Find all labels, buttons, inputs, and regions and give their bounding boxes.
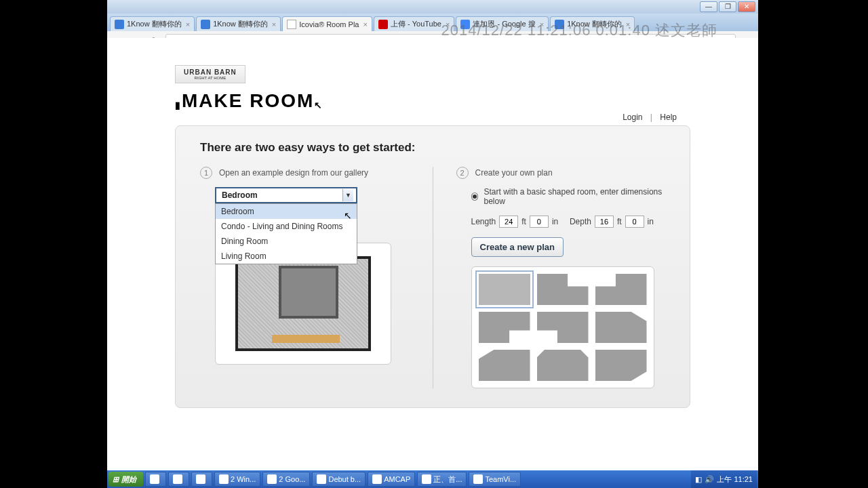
tab-label: Icovia® Room Pla <box>299 20 359 28</box>
favicon-icon <box>201 20 210 29</box>
app-icon <box>150 474 159 484</box>
close-icon[interactable]: × <box>272 20 276 28</box>
window-title-bar: — ❐ ✕ <box>107 0 758 14</box>
dropdown-option[interactable]: Condo - Living and Dining Rooms <box>216 219 357 234</box>
windows-logo-icon: ⊞ <box>113 475 119 484</box>
length-label: Length <box>471 217 496 226</box>
taskbar-item[interactable] <box>168 472 189 487</box>
step1-label: Open an example design from our gallery <box>219 168 368 178</box>
taskbar-item[interactable] <box>191 472 212 487</box>
favicon-icon <box>287 20 296 29</box>
shape-cut2[interactable] <box>479 350 530 381</box>
shape-rectangle[interactable] <box>479 274 530 305</box>
tray-icon: ◧ <box>695 475 702 484</box>
create-plan-button[interactable]: Create a new plan <box>471 237 564 257</box>
tab-strip: 1Know 翻轉你的×1Know 翻轉你的×Icovia® Room Pla×上… <box>107 14 758 31</box>
favicon-icon <box>555 20 564 29</box>
tray-icon: 🔊 <box>705 475 714 484</box>
shape-l2[interactable] <box>595 274 647 305</box>
panel-heading: There are two easy ways to get started: <box>200 141 665 155</box>
radio-label: Start with a basic shaped room, enter di… <box>484 187 665 206</box>
logo-main: URBAN BARN <box>184 68 237 76</box>
tab-label: 連加恩 - Google 搜 <box>473 19 535 29</box>
app-icon <box>219 474 229 484</box>
tab-label: 1Know 翻轉你的 <box>127 19 182 29</box>
windows-taskbar: ⊞ 開始 2 Win...2 Goo...Debut b...AMCAP正、首.… <box>107 470 758 488</box>
window-close-button[interactable]: ✕ <box>738 1 755 12</box>
dropdown-list: BedroomCondo - Living and Dining RoomsDi… <box>215 203 357 264</box>
dropdown-selected: Bedroom <box>222 190 258 200</box>
floorplan-image <box>235 256 371 351</box>
get-started-panel: There are two easy ways to get started: … <box>175 125 690 408</box>
browser-tab[interactable]: Icovia® Room Pla× <box>282 16 372 31</box>
app-icon <box>196 474 205 484</box>
close-icon[interactable]: × <box>186 20 190 28</box>
taskbar-item[interactable]: 2 Win... <box>214 472 260 487</box>
login-link[interactable]: Login <box>623 113 642 122</box>
help-link[interactable]: Help <box>660 113 677 122</box>
start-button[interactable]: ⊞ 開始 <box>108 472 143 487</box>
app-icon <box>422 474 431 484</box>
step2-label: Create your own plan <box>475 168 553 178</box>
browser-tab[interactable]: 上傳 - YouTube× <box>374 16 454 31</box>
app-icon <box>317 474 326 484</box>
header-links: Login | Help <box>623 113 677 122</box>
shape-cut1[interactable] <box>595 312 647 343</box>
app-icon <box>267 474 277 484</box>
column-divider <box>433 167 433 388</box>
close-icon[interactable]: × <box>446 20 450 28</box>
window-minimize-button[interactable]: — <box>700 1 717 12</box>
clock: 上午 11:21 <box>717 474 753 485</box>
taskbar-item[interactable]: TeamVi... <box>469 472 521 487</box>
window-maximize-button[interactable]: ❐ <box>719 1 736 12</box>
taskbar-item[interactable]: AMCAP <box>368 472 415 487</box>
app-icon <box>372 474 382 484</box>
urban-barn-logo[interactable]: URBAN BARN RIGHT AT HOME <box>175 65 245 83</box>
shape-l1[interactable] <box>537 274 589 305</box>
browser-tab[interactable]: 1Know 翻轉你的× <box>196 16 281 31</box>
step2-column: 2 Create your own plan Start with a basi… <box>456 167 666 388</box>
gallery-dropdown[interactable]: Bedroom ▼ <box>215 187 357 203</box>
chevron-down-icon: ▼ <box>342 189 353 201</box>
dropdown-option[interactable]: Dining Room <box>216 234 357 249</box>
basic-shape-radio[interactable] <box>471 192 479 201</box>
room-shapes-grid <box>471 266 654 388</box>
length-ft-input[interactable] <box>499 216 518 228</box>
shape-cut4[interactable] <box>595 350 647 381</box>
browser-tab[interactable]: 1Know 翻轉你的× <box>110 16 195 31</box>
app-icon <box>173 474 182 484</box>
step1-column: 1 Open an example design from our galler… <box>200 167 410 388</box>
page-content: URBAN BARN RIGHT AT HOME ▮MAKE ROOM↖ Log… <box>107 38 758 470</box>
make-room-heading: ▮MAKE ROOM↖ <box>175 90 690 112</box>
tab-label: 上傳 - YouTube <box>391 19 441 29</box>
dropdown-option[interactable]: Bedroom <box>216 204 357 219</box>
taskbar-item[interactable]: Debut b... <box>312 472 366 487</box>
favicon-icon <box>460 20 470 29</box>
logo-sub: RIGHT AT HOME <box>184 76 237 80</box>
taskbar-item[interactable]: 2 Goo... <box>262 472 310 487</box>
browser-tab[interactable]: 1Know 翻轉你的× <box>550 16 635 31</box>
shape-cut3[interactable] <box>537 350 589 381</box>
length-in-input[interactable] <box>530 216 549 228</box>
shape-l3[interactable] <box>479 312 530 343</box>
dropdown-option[interactable]: Living Room <box>216 249 357 264</box>
depth-ft-input[interactable] <box>595 216 614 228</box>
tab-label: 1Know 翻轉你的 <box>213 19 268 29</box>
taskbar-item[interactable] <box>145 472 166 487</box>
favicon-icon <box>378 20 388 29</box>
close-icon[interactable]: × <box>363 20 367 28</box>
step2-number: 2 <box>456 167 469 179</box>
shape-l4[interactable] <box>537 312 589 343</box>
close-icon[interactable]: × <box>626 20 630 28</box>
dimensions-row: Length ft in Depth ft in <box>471 216 666 228</box>
depth-label: Depth <box>570 217 591 226</box>
close-icon[interactable]: × <box>540 20 544 28</box>
tab-label: 1Know 翻轉你的 <box>567 19 622 29</box>
taskbar-item[interactable]: 正、首... <box>417 472 467 487</box>
system-tray[interactable]: ◧ 🔊 上午 11:21 <box>691 470 757 488</box>
depth-in-input[interactable] <box>625 216 644 228</box>
favicon-icon <box>115 20 124 29</box>
app-icon <box>473 474 483 484</box>
browser-tab[interactable]: 連加恩 - Google 搜× <box>456 16 549 31</box>
step1-number: 1 <box>200 167 212 179</box>
